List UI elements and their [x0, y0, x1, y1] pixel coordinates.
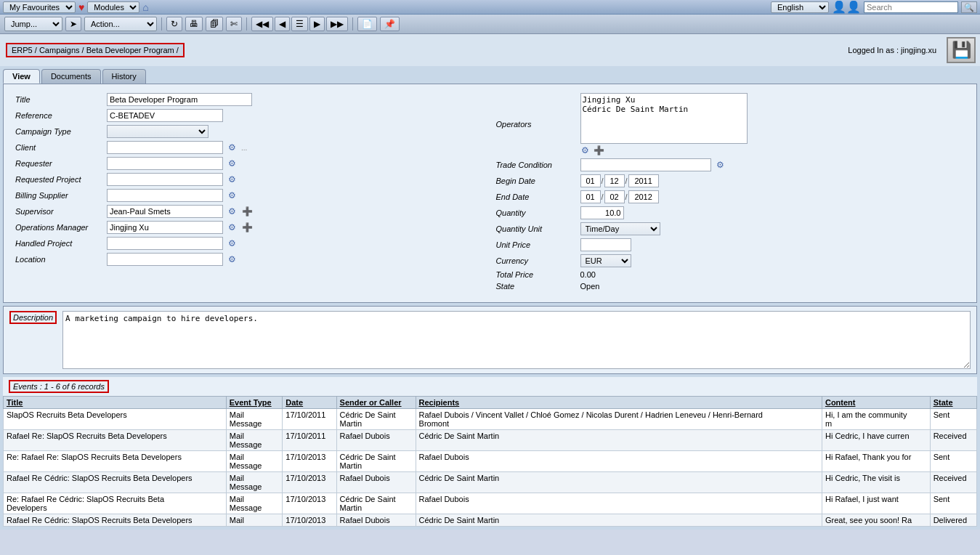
- table-cell[interactable]: Hi, I am the community m: [822, 409, 930, 430]
- trade-condition-input[interactable]: [580, 158, 711, 171]
- operations-manager-input[interactable]: [107, 221, 223, 234]
- client-search-icon[interactable]: ⚙: [227, 142, 237, 153]
- col-content[interactable]: Content: [822, 397, 930, 409]
- reference-input[interactable]: [107, 109, 223, 122]
- table-cell[interactable]: Rafael Dubois: [416, 451, 822, 472]
- requested-project-input[interactable]: [107, 173, 223, 186]
- table-cell[interactable]: 17/10/2013: [283, 514, 336, 527]
- supervisor-input[interactable]: [107, 205, 223, 218]
- table-cell[interactable]: Delivered: [930, 514, 976, 527]
- nav-list-button[interactable]: ☰: [291, 17, 308, 31]
- title-input[interactable]: [107, 93, 252, 106]
- unit-price-input[interactable]: [580, 238, 631, 251]
- requested-project-search-icon[interactable]: ⚙: [227, 174, 237, 185]
- col-state[interactable]: State: [930, 397, 976, 409]
- location-search-icon[interactable]: ⚙: [227, 254, 237, 264]
- table-cell[interactable]: Cédric De Saint Martin: [336, 451, 416, 472]
- table-cell[interactable]: Cédric De Saint Martin: [336, 409, 416, 430]
- table-cell[interactable]: Rafael Re Cédric: SlapOS Recruits Beta D…: [4, 514, 227, 527]
- nav-prev-button[interactable]: ◀: [275, 17, 290, 31]
- quantity-unit-select[interactable]: Time/Day: [580, 222, 660, 235]
- col-event-type[interactable]: Event Type: [226, 397, 283, 409]
- billing-supplier-search-icon[interactable]: ⚙: [227, 190, 237, 200]
- description-textarea[interactable]: [62, 311, 971, 369]
- end-date-year[interactable]: [628, 190, 659, 203]
- table-cell[interactable]: Sent: [930, 451, 976, 472]
- table-cell[interactable]: Sent: [930, 493, 976, 514]
- table-cell[interactable]: Rafael Re: SlapOS Recruits Beta Develope…: [4, 430, 227, 451]
- handled-project-input[interactable]: [107, 237, 223, 250]
- begin-date-year[interactable]: [628, 174, 659, 187]
- language-select[interactable]: English: [771, 1, 829, 13]
- table-cell[interactable]: Rafael Dubois: [336, 472, 416, 493]
- tab-history[interactable]: History: [102, 69, 146, 84]
- location-input[interactable]: [107, 253, 223, 266]
- currency-select[interactable]: EUR: [580, 254, 631, 267]
- table-cell[interactable]: Mail: [226, 514, 283, 527]
- action-select[interactable]: Action...: [84, 17, 157, 31]
- table-cell[interactable]: Hi Rafael, Thank you for: [822, 451, 930, 472]
- table-cell[interactable]: Mail Message: [226, 451, 283, 472]
- my-favourites-select[interactable]: My Favourites: [3, 1, 76, 13]
- requester-input[interactable]: [107, 157, 223, 170]
- table-cell[interactable]: SlapOS Recruits Beta Developers: [4, 409, 227, 430]
- table-cell[interactable]: Cédric De Saint Martin: [336, 493, 416, 514]
- quantity-input[interactable]: [580, 206, 624, 219]
- nav-last-button[interactable]: ▶▶: [326, 17, 348, 31]
- client-input[interactable]: [107, 141, 223, 154]
- jump-select[interactable]: Jump...: [4, 17, 62, 31]
- requester-search-icon[interactable]: ⚙: [227, 158, 237, 169]
- copy-button[interactable]: 🗐: [206, 17, 223, 31]
- col-date[interactable]: Date: [283, 397, 336, 409]
- supervisor-search-icon[interactable]: ⚙: [227, 206, 237, 216]
- supervisor-add-icon[interactable]: ➕: [241, 206, 254, 216]
- breadcrumb[interactable]: ERP5 / Campaigns / Beta Developer Progra…: [6, 43, 185, 57]
- operators-textarea[interactable]: [580, 93, 748, 144]
- table-cell[interactable]: Mail Message: [226, 409, 283, 430]
- billing-supplier-input[interactable]: [107, 189, 223, 202]
- campaign-type-select[interactable]: [107, 125, 208, 138]
- print-button[interactable]: 🖶: [185, 17, 203, 31]
- table-cell[interactable]: Re: Rafael Re Cédric: SlapOS Recruits Be…: [4, 493, 227, 514]
- table-cell[interactable]: Rafael Re Cédric: SlapOS Recruits Beta D…: [4, 472, 227, 493]
- col-sender[interactable]: Sender or Caller: [336, 397, 416, 409]
- table-cell[interactable]: Cédric De Saint Martin: [416, 514, 822, 527]
- search-input[interactable]: [864, 1, 958, 13]
- table-cell[interactable]: 17/10/2013: [283, 493, 336, 514]
- table-cell[interactable]: Hi Cedric, The visit is: [822, 472, 930, 493]
- table-cell[interactable]: Hi Cedric, I have curren: [822, 430, 930, 451]
- cut-button[interactable]: ✄: [226, 17, 242, 31]
- table-cell[interactable]: Rafael Dubois: [336, 430, 416, 451]
- handled-project-search-icon[interactable]: ⚙: [227, 238, 237, 248]
- table-cell[interactable]: Great, see you soon! Ra: [822, 514, 930, 527]
- operations-manager-add-icon[interactable]: ➕: [241, 222, 254, 232]
- table-cell[interactable]: Cédric De Saint Martin: [416, 430, 822, 451]
- import-button[interactable]: 📄: [357, 17, 377, 31]
- tab-documents[interactable]: Documents: [41, 69, 101, 84]
- col-title[interactable]: Title: [4, 397, 227, 409]
- save-button[interactable]: 💾: [947, 37, 976, 63]
- table-cell[interactable]: Rafael Dubois: [416, 493, 822, 514]
- table-cell[interactable]: Received: [930, 472, 976, 493]
- nav-next-button[interactable]: ▶: [309, 17, 325, 31]
- table-cell[interactable]: 17/10/2013: [283, 451, 336, 472]
- tab-view[interactable]: View: [3, 69, 40, 84]
- modules-select[interactable]: Modules: [87, 1, 139, 13]
- table-cell[interactable]: Cédric De Saint Martin: [416, 472, 822, 493]
- search-button[interactable]: 🔍: [961, 1, 977, 13]
- navigate-button[interactable]: ➤: [65, 17, 81, 31]
- refresh-button[interactable]: ↻: [166, 17, 182, 31]
- table-cell[interactable]: Rafael Dubois / Vincent Vallet / Chloé G…: [416, 409, 822, 430]
- end-date-month[interactable]: [604, 190, 625, 203]
- table-cell[interactable]: Re: Rafael Re: SlapOS Recruits Beta Deve…: [4, 451, 227, 472]
- table-cell[interactable]: Hi Rafael, I just want: [822, 493, 930, 514]
- table-cell[interactable]: 17/10/2011: [283, 409, 336, 430]
- home-icon[interactable]: ⌂: [142, 1, 148, 13]
- begin-date-day[interactable]: [580, 174, 601, 187]
- operators-search-icon[interactable]: ⚙: [580, 145, 590, 155]
- operations-manager-search-icon[interactable]: ⚙: [227, 222, 237, 232]
- description-label[interactable]: Description: [9, 311, 57, 324]
- begin-date-month[interactable]: [604, 174, 625, 187]
- table-cell[interactable]: Rafael Dubois: [336, 514, 416, 527]
- nav-first-button[interactable]: ◀◀: [251, 17, 273, 31]
